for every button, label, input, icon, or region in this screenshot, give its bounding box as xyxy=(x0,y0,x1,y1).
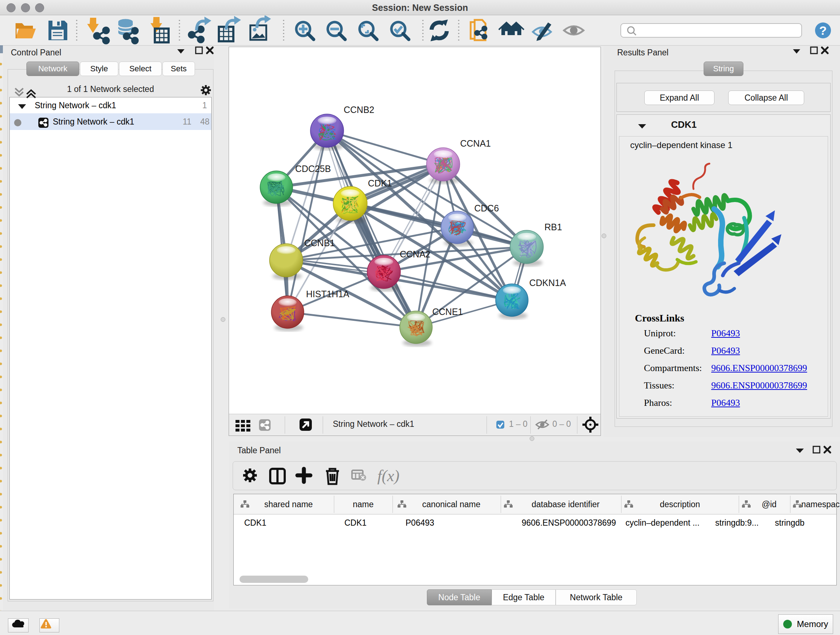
svg-text:CDKN1A: CDKN1A xyxy=(529,278,566,288)
svg-text:CCNB1: CCNB1 xyxy=(304,238,335,248)
svg-text:RB1: RB1 xyxy=(545,222,562,232)
svg-text:CCNA2: CCNA2 xyxy=(400,249,431,259)
svg-text:CCNA1: CCNA1 xyxy=(460,138,491,149)
svg-text:CCNE1: CCNE1 xyxy=(432,307,463,317)
svg-text:CDK1: CDK1 xyxy=(368,178,392,188)
svg-text:?: ? xyxy=(819,24,827,37)
svg-text:CCNB2: CCNB2 xyxy=(344,105,374,115)
svg-text:CDC25B: CDC25B xyxy=(295,164,331,174)
svg-text:CDC6: CDC6 xyxy=(474,203,499,213)
svg-text:HIST1H1A: HIST1H1A xyxy=(306,289,349,299)
